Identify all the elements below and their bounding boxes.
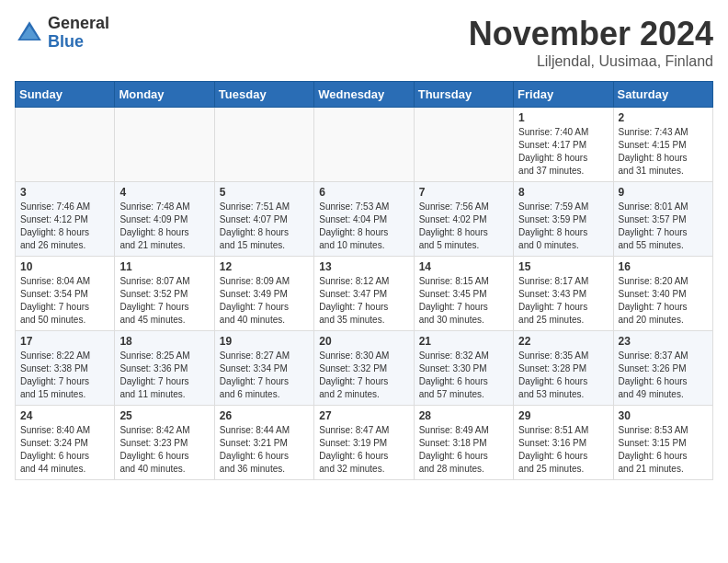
calendar-cell: 14Sunrise: 8:15 AM Sunset: 3:45 PM Dayli…	[414, 257, 513, 331]
day-info: Sunrise: 8:15 AM Sunset: 3:45 PM Dayligh…	[419, 275, 508, 327]
day-number: 20	[319, 335, 408, 348]
day-number: 4	[119, 186, 209, 199]
calendar-cell	[115, 108, 214, 182]
day-number: 29	[518, 409, 608, 422]
calendar-cell: 30Sunrise: 8:53 AM Sunset: 3:15 PM Dayli…	[613, 406, 712, 480]
day-info: Sunrise: 8:07 AM Sunset: 3:52 PM Dayligh…	[119, 275, 209, 327]
calendar-cell: 5Sunrise: 7:51 AM Sunset: 4:07 PM Daylig…	[214, 182, 313, 257]
logo-text: General Blue	[48, 15, 109, 52]
day-info: Sunrise: 7:53 AM Sunset: 4:04 PM Dayligh…	[319, 201, 408, 252]
day-number: 16	[619, 260, 708, 273]
calendar-cell: 4Sunrise: 7:48 AM Sunset: 4:09 PM Daylig…	[115, 182, 214, 257]
day-number: 24	[20, 409, 109, 422]
calendar-week-row: 1Sunrise: 7:40 AM Sunset: 4:17 PM Daylig…	[16, 108, 713, 182]
calendar-cell: 16Sunrise: 8:20 AM Sunset: 3:40 PM Dayli…	[613, 257, 712, 331]
calendar-cell: 12Sunrise: 8:09 AM Sunset: 3:49 PM Dayli…	[214, 257, 313, 331]
day-number: 26	[220, 409, 309, 422]
day-info: Sunrise: 8:27 AM Sunset: 3:34 PM Dayligh…	[220, 350, 309, 401]
logo: General Blue	[15, 15, 109, 52]
day-info: Sunrise: 7:40 AM Sunset: 4:17 PM Dayligh…	[518, 126, 608, 178]
day-number: 7	[419, 186, 508, 199]
weekday-header: Wednesday	[314, 82, 414, 108]
day-info: Sunrise: 8:20 AM Sunset: 3:40 PM Dayligh…	[619, 275, 708, 327]
logo-blue-text: Blue	[48, 33, 109, 52]
calendar-cell: 9Sunrise: 8:01 AM Sunset: 3:57 PM Daylig…	[613, 182, 712, 257]
day-number: 3	[20, 186, 109, 199]
day-info: Sunrise: 8:17 AM Sunset: 3:43 PM Dayligh…	[518, 275, 608, 327]
day-info: Sunrise: 8:35 AM Sunset: 3:28 PM Dayligh…	[518, 350, 608, 401]
day-info: Sunrise: 8:12 AM Sunset: 3:47 PM Dayligh…	[319, 275, 408, 327]
header: General Blue November 2024 Liljendal, Uu…	[15, 15, 713, 70]
calendar-cell	[414, 108, 513, 182]
day-info: Sunrise: 8:44 AM Sunset: 3:21 PM Dayligh…	[220, 424, 309, 476]
day-info: Sunrise: 8:22 AM Sunset: 3:38 PM Dayligh…	[20, 350, 109, 401]
day-number: 12	[220, 260, 309, 273]
day-info: Sunrise: 7:59 AM Sunset: 3:59 PM Dayligh…	[518, 201, 608, 252]
weekday-header: Tuesday	[214, 82, 313, 108]
calendar-cell	[214, 108, 313, 182]
day-info: Sunrise: 8:01 AM Sunset: 3:57 PM Dayligh…	[619, 201, 708, 252]
calendar-cell: 21Sunrise: 8:32 AM Sunset: 3:30 PM Dayli…	[414, 331, 513, 406]
weekday-header-row: SundayMondayTuesdayWednesdayThursdayFrid…	[16, 82, 713, 108]
weekday-header: Saturday	[613, 82, 712, 108]
day-info: Sunrise: 8:25 AM Sunset: 3:36 PM Dayligh…	[119, 350, 209, 401]
calendar-cell: 26Sunrise: 8:44 AM Sunset: 3:21 PM Dayli…	[214, 406, 313, 480]
calendar-cell: 20Sunrise: 8:30 AM Sunset: 3:32 PM Dayli…	[314, 331, 414, 406]
day-info: Sunrise: 8:04 AM Sunset: 3:54 PM Dayligh…	[20, 275, 109, 327]
day-info: Sunrise: 8:37 AM Sunset: 3:26 PM Dayligh…	[619, 350, 708, 401]
day-number: 22	[518, 335, 608, 348]
calendar-cell: 23Sunrise: 8:37 AM Sunset: 3:26 PM Dayli…	[613, 331, 712, 406]
calendar-cell: 15Sunrise: 8:17 AM Sunset: 3:43 PM Dayli…	[514, 257, 613, 331]
day-info: Sunrise: 8:32 AM Sunset: 3:30 PM Dayligh…	[419, 350, 508, 401]
day-info: Sunrise: 7:51 AM Sunset: 4:07 PM Dayligh…	[220, 201, 309, 252]
day-number: 25	[119, 409, 209, 422]
day-info: Sunrise: 8:53 AM Sunset: 3:15 PM Dayligh…	[619, 424, 708, 476]
calendar-cell: 18Sunrise: 8:25 AM Sunset: 3:36 PM Dayli…	[115, 331, 214, 406]
calendar: SundayMondayTuesdayWednesdayThursdayFrid…	[15, 81, 713, 480]
day-number: 19	[220, 335, 309, 348]
day-number: 21	[419, 335, 508, 348]
calendar-cell: 25Sunrise: 8:42 AM Sunset: 3:23 PM Dayli…	[115, 406, 214, 480]
calendar-cell	[314, 108, 414, 182]
day-info: Sunrise: 8:47 AM Sunset: 3:19 PM Dayligh…	[319, 424, 408, 476]
day-info: Sunrise: 7:48 AM Sunset: 4:09 PM Dayligh…	[119, 201, 209, 252]
calendar-cell: 28Sunrise: 8:49 AM Sunset: 3:18 PM Dayli…	[414, 406, 513, 480]
day-number: 18	[119, 335, 209, 348]
day-info: Sunrise: 8:30 AM Sunset: 3:32 PM Dayligh…	[319, 350, 408, 401]
day-number: 28	[419, 409, 508, 422]
calendar-week-row: 17Sunrise: 8:22 AM Sunset: 3:38 PM Dayli…	[16, 331, 713, 406]
calendar-cell: 22Sunrise: 8:35 AM Sunset: 3:28 PM Dayli…	[514, 331, 613, 406]
calendar-cell: 3Sunrise: 7:46 AM Sunset: 4:12 PM Daylig…	[16, 182, 115, 257]
day-info: Sunrise: 8:09 AM Sunset: 3:49 PM Dayligh…	[220, 275, 309, 327]
calendar-cell: 13Sunrise: 8:12 AM Sunset: 3:47 PM Dayli…	[314, 257, 414, 331]
month-title: November 2024	[469, 15, 713, 53]
day-number: 2	[619, 111, 708, 124]
calendar-cell: 6Sunrise: 7:53 AM Sunset: 4:04 PM Daylig…	[314, 182, 414, 257]
day-number: 10	[20, 260, 109, 273]
day-number: 15	[518, 260, 608, 273]
day-number: 23	[619, 335, 708, 348]
calendar-cell: 7Sunrise: 7:56 AM Sunset: 4:02 PM Daylig…	[414, 182, 513, 257]
calendar-cell: 19Sunrise: 8:27 AM Sunset: 3:34 PM Dayli…	[214, 331, 313, 406]
calendar-cell: 24Sunrise: 8:40 AM Sunset: 3:24 PM Dayli…	[16, 406, 115, 480]
calendar-cell: 29Sunrise: 8:51 AM Sunset: 3:16 PM Dayli…	[514, 406, 613, 480]
day-info: Sunrise: 7:56 AM Sunset: 4:02 PM Dayligh…	[419, 201, 508, 252]
day-info: Sunrise: 7:43 AM Sunset: 4:15 PM Dayligh…	[619, 126, 708, 178]
calendar-week-row: 3Sunrise: 7:46 AM Sunset: 4:12 PM Daylig…	[16, 182, 713, 257]
day-number: 14	[419, 260, 508, 273]
calendar-cell: 8Sunrise: 7:59 AM Sunset: 3:59 PM Daylig…	[514, 182, 613, 257]
logo-icon	[15, 18, 44, 48]
calendar-cell: 2Sunrise: 7:43 AM Sunset: 4:15 PM Daylig…	[613, 108, 712, 182]
calendar-cell: 11Sunrise: 8:07 AM Sunset: 3:52 PM Dayli…	[115, 257, 214, 331]
day-number: 5	[220, 186, 309, 199]
calendar-cell: 17Sunrise: 8:22 AM Sunset: 3:38 PM Dayli…	[16, 331, 115, 406]
location-title: Liljendal, Uusimaa, Finland	[469, 53, 713, 70]
calendar-cell: 10Sunrise: 8:04 AM Sunset: 3:54 PM Dayli…	[16, 257, 115, 331]
calendar-cell: 1Sunrise: 7:40 AM Sunset: 4:17 PM Daylig…	[514, 108, 613, 182]
day-info: Sunrise: 8:40 AM Sunset: 3:24 PM Dayligh…	[20, 424, 109, 476]
weekday-header: Thursday	[414, 82, 513, 108]
calendar-cell	[16, 108, 115, 182]
day-number: 1	[518, 111, 608, 124]
day-number: 17	[20, 335, 109, 348]
logo-general-text: General	[48, 15, 109, 33]
